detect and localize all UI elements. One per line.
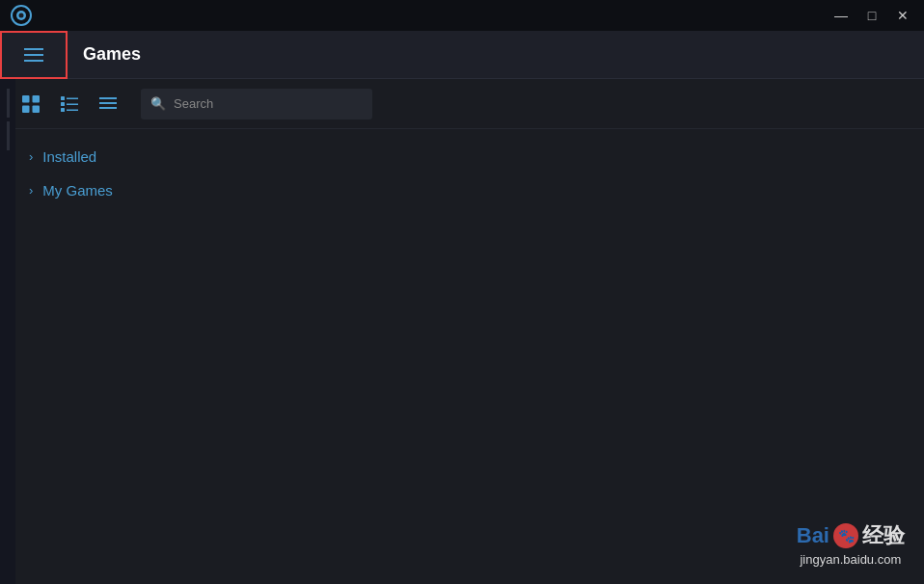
maximize-button[interactable]: □: [858, 5, 885, 26]
grid-icon: [21, 94, 41, 114]
svg-rect-9: [61, 102, 65, 106]
hamburger-line-3: [24, 60, 43, 62]
section-my-games-label: My Games: [42, 182, 113, 199]
svg-rect-10: [67, 103, 78, 105]
svg-rect-15: [99, 107, 117, 109]
hamburger-icon: [24, 48, 43, 62]
svg-rect-4: [33, 95, 41, 103]
sidebar: [0, 79, 15, 584]
view-compact-button[interactable]: [93, 91, 123, 118]
close-button[interactable]: ✕: [889, 5, 916, 26]
uplay-logo: [8, 2, 35, 29]
svg-rect-7: [61, 96, 65, 100]
svg-rect-3: [22, 95, 30, 103]
sidebar-line-1: [7, 89, 10, 118]
toolbar: 🔍: [0, 79, 924, 129]
svg-rect-6: [33, 105, 41, 113]
watermark: Bai 🐾 经验 jingyan.baidu.com: [797, 521, 905, 567]
section-installed[interactable]: › Installed: [29, 148, 895, 165]
watermark-url: jingyan.baidu.com: [797, 552, 905, 567]
svg-rect-14: [99, 102, 117, 104]
svg-point-2: [19, 13, 24, 18]
title-bar-controls: — □ ✕: [828, 5, 916, 26]
section-my-games[interactable]: › My Games: [29, 182, 895, 199]
title-bar: — □ ✕: [0, 0, 924, 31]
title-bar-left: [8, 2, 35, 29]
svg-rect-5: [22, 105, 30, 113]
svg-rect-11: [61, 108, 65, 112]
view-grid-button[interactable]: [15, 91, 46, 118]
watermark-logo: Bai 🐾 经验: [797, 521, 905, 550]
list-icon: [60, 94, 79, 114]
svg-rect-13: [99, 97, 117, 99]
search-icon: 🔍: [150, 96, 166, 111]
compact-icon: [98, 94, 118, 114]
search-container: 🔍: [141, 89, 372, 119]
svg-rect-8: [67, 97, 78, 99]
app-header: Games: [0, 31, 924, 79]
search-input[interactable]: [174, 96, 363, 111]
minimize-button[interactable]: —: [828, 5, 855, 26]
section-installed-label: Installed: [42, 148, 96, 165]
chevron-my-games-icon: ›: [29, 183, 33, 198]
hamburger-line-2: [24, 54, 43, 56]
chevron-installed-icon: ›: [29, 149, 33, 164]
view-list-button[interactable]: [54, 91, 85, 118]
main-content: › Installed › My Games: [0, 129, 924, 515]
sidebar-line-2: [7, 121, 10, 150]
svg-rect-12: [67, 109, 78, 111]
hamburger-line-1: [24, 48, 43, 50]
menu-toggle-button[interactable]: [0, 31, 68, 79]
page-title: Games: [83, 44, 141, 65]
